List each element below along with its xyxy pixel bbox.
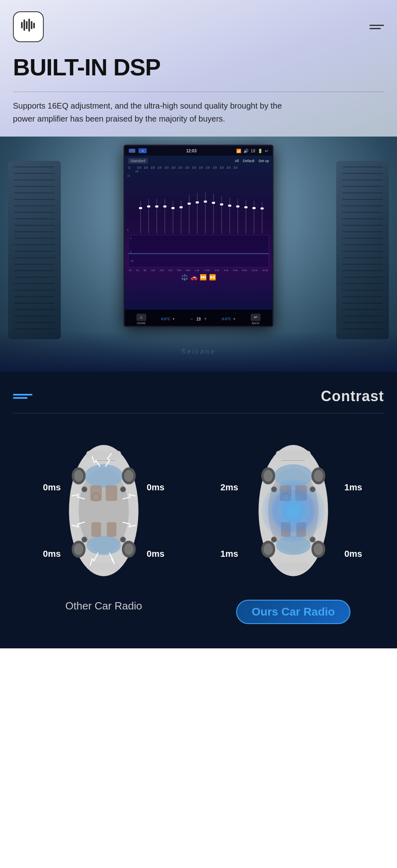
ours-top-right-label: 1ms <box>344 482 362 493</box>
freq-label-3: 80 <box>143 269 146 272</box>
plus-button[interactable]: + <box>204 316 207 322</box>
other-bot-right-label: 0ms <box>147 549 164 559</box>
svg-rect-5 <box>33 23 35 28</box>
contrast-icon <box>13 394 32 399</box>
freq-label-6: 320 <box>169 269 173 272</box>
eq-slider-2[interactable] <box>145 173 152 233</box>
eq-slider-8[interactable] <box>194 173 201 233</box>
fan-controls: − 18 + <box>190 316 207 322</box>
svg-rect-1 <box>23 19 25 31</box>
cloud-icon <box>129 149 135 153</box>
freq-label-1: 30 <box>129 269 132 272</box>
eq-scale-top: 10 <box>128 170 269 173</box>
eq-bottom-controls: ⚖️ 🚗 ⏭️ ⏯️ <box>128 274 269 280</box>
eq-q-val-13: 2.0 <box>218 166 225 169</box>
temperature-right: 0.0°C ▼ <box>222 317 236 321</box>
freq-label-5: 200 <box>160 269 164 272</box>
back-icon-btn: ↩ <box>251 314 260 321</box>
eq-q-values: Q: 2.0 2.0 2.0 2.0 2.0 2.0 2.0 2.0 2.0 2… <box>128 166 269 169</box>
eq-slider-11[interactable] <box>218 173 225 233</box>
temp-right-value: 0.0°C <box>222 317 231 321</box>
temperature-left: 0.0°C ▼ <box>161 317 175 321</box>
home-nav-button[interactable]: ⌂ HOME <box>137 314 146 325</box>
contrast-header: Contrast <box>13 388 384 405</box>
other-bot-left-label: 0ms <box>43 549 61 559</box>
eq-preset-selector[interactable]: Standard <box>128 158 148 164</box>
eq-graph-svg <box>128 235 269 267</box>
eq-slider-12[interactable] <box>226 173 233 233</box>
left-vent <box>8 161 61 339</box>
eq-q-val-8: 2.0 <box>184 166 190 169</box>
speaker-controls: ⚖️ 🚗 ⏭️ ⏯️ <box>181 274 216 280</box>
eq-controls-top: Standard All Default Set up <box>128 158 269 164</box>
ours-car-label-button[interactable]: Ours Car Radio <box>236 600 350 624</box>
eq-slider-10[interactable] <box>210 173 217 233</box>
eq-slider-4[interactable] <box>161 173 168 233</box>
dashboard-overlay <box>0 331 397 372</box>
svg-rect-2 <box>26 21 28 29</box>
freq-label-4: 125 <box>151 269 155 272</box>
eq-slider-7[interactable] <box>186 173 192 233</box>
eq-setup-button[interactable]: Set up <box>258 159 269 163</box>
eq-q-val-6: 2.0 <box>170 166 177 169</box>
eq-q-label: Q: <box>128 166 135 169</box>
car-audio-icon: 🚗 <box>190 274 197 280</box>
clock-display: 12:03 <box>186 149 197 153</box>
back-nav-label: BACK <box>252 322 260 325</box>
freq-label-14: 8.0k <box>242 269 247 272</box>
eq-default-button[interactable]: Default <box>243 159 254 163</box>
other-car-label: Other Car Radio <box>65 600 142 612</box>
menu-button[interactable] <box>369 25 384 29</box>
freq-label-8: 800 <box>186 269 190 272</box>
status-bar-right: 📶 🔊 18 🔋 ↩ <box>236 149 268 153</box>
freq-label-2: 50 <box>136 269 139 272</box>
svg-rect-3 <box>28 19 30 32</box>
eq-q-val-9: 2.0 <box>191 166 197 169</box>
home-nav-label: HOME <box>137 322 145 325</box>
freq-label-13: 5.0k <box>233 269 237 272</box>
back-icon: ↩ <box>265 149 268 153</box>
status-bar-left: ≡ <box>129 148 147 153</box>
back-nav-button[interactable]: ↩ BACK <box>251 314 260 325</box>
eq-slider-9[interactable] <box>202 173 209 233</box>
eq-q-val-2: 2.0 <box>143 166 149 169</box>
battery-icon: 🔋 <box>258 149 263 153</box>
volume-icon: 🔊 <box>243 149 248 153</box>
ours-car-timing-labels: 2ms 1ms 1ms 0ms <box>237 430 350 592</box>
svg-rect-0 <box>21 22 23 28</box>
screen-nav-bar: ⌂ HOME 0.0°C ▼ − 18 + 0.0°C ▼ ↩ <box>125 310 272 327</box>
temp-left-value: 0.0°C <box>161 317 171 321</box>
other-car-timing-labels: 0ms 0ms 0ms 0ms <box>47 430 160 592</box>
eq-slider-3[interactable] <box>153 173 160 233</box>
ours-car-side: 2ms 1ms 1ms 0ms <box>203 430 384 624</box>
freq-label-16: 16.0k <box>262 269 268 272</box>
top-section: BUILT-IN DSP Supports 16EQ adjustment, a… <box>0 0 397 372</box>
ours-top-left-label: 2ms <box>220 482 238 493</box>
title-divider <box>13 92 384 92</box>
bottom-section: Contrast 0ms 0ms 0ms 0ms <box>0 372 397 648</box>
eq-slider-6[interactable] <box>177 173 184 233</box>
balance-icon: ⏯️ <box>209 274 216 280</box>
minus-button[interactable]: − <box>190 316 193 322</box>
freq-label-12: 3.0k <box>224 269 228 272</box>
right-vent <box>336 161 389 339</box>
freq-label-15: 12.0k <box>252 269 258 272</box>
eq-slider-16[interactable] <box>259 173 266 233</box>
eq-slider-13[interactable] <box>235 173 241 233</box>
contrast-divider <box>13 413 384 413</box>
home-icon: ⌂ <box>137 314 146 321</box>
eq-q-val-14: 2.0 <box>225 166 232 169</box>
other-car-image: 0ms 0ms 0ms 0ms <box>47 430 160 592</box>
other-car-side: 0ms 0ms 0ms 0ms <box>13 430 194 612</box>
other-top-right-label: 0ms <box>147 482 164 493</box>
temp-down-left: ▼ <box>172 317 175 321</box>
eq-slider-14[interactable] <box>243 173 250 233</box>
eq-all-button[interactable]: All <box>235 159 239 163</box>
header <box>0 0 397 50</box>
ours-bot-right-label: 0ms <box>344 549 362 559</box>
eq-slider-15[interactable] <box>251 173 258 233</box>
eq-slider-5[interactable] <box>169 173 176 233</box>
freq-label-9: 1.0k <box>194 269 199 272</box>
eq-slider-1[interactable] <box>137 173 144 233</box>
eq-freq-labels: 30 50 80 125 200 320 500 800 1.0k 1.25k … <box>128 269 269 272</box>
